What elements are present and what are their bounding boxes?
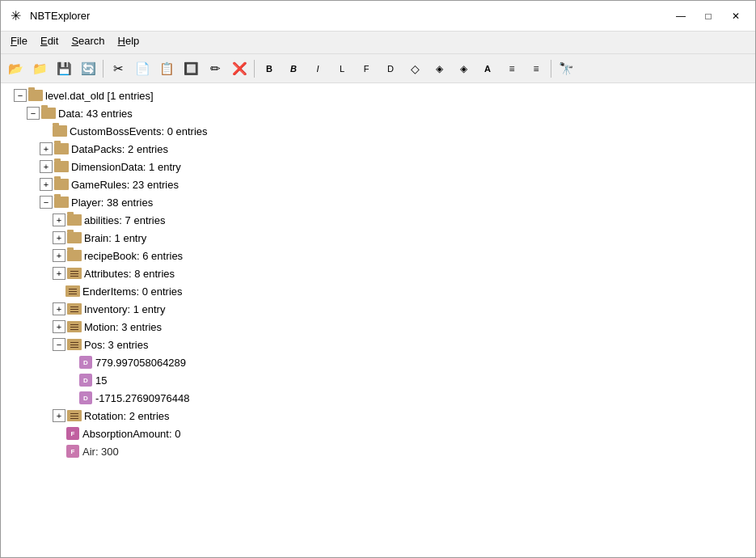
tree-node-recipebook[interactable]: + recipeBook: 6 entries	[1, 247, 755, 264]
expand-dimensiondata[interactable]: +	[40, 160, 53, 173]
root-label: level.dat_old [1 entries]	[45, 90, 154, 102]
enderitems-label: EnderItems: 0 entries	[82, 285, 183, 298]
toolbar-find-btn[interactable]: 🔭	[555, 57, 577, 80]
toolbar-sep-3	[551, 60, 551, 78]
expand-pos[interactable]: −	[53, 338, 65, 351]
compound-icon-brain	[67, 230, 82, 245]
toolbar-new-btn[interactable]: 📁	[28, 57, 51, 80]
toolbar-byte-btn[interactable]: B	[258, 57, 281, 80]
toolbar-delete-btn[interactable]: ❌	[228, 57, 251, 80]
compound-icon-abilities	[67, 213, 82, 227]
tree-node-pos-1[interactable]: D 15	[1, 371, 755, 389]
toolbar-open-btn[interactable]: 📂	[4, 57, 27, 80]
list-icon-pos	[67, 337, 82, 352]
tree-node-absorptionamount[interactable]: F AbsorptionAmount: 0	[1, 425, 755, 442]
toolbar-float-btn[interactable]: F	[355, 57, 378, 80]
pos-1-label: 15	[95, 374, 107, 387]
tree-node-data[interactable]: − Data: 43 entries	[1, 104, 755, 122]
toolbar-refresh-btn[interactable]: 🔄	[77, 57, 99, 80]
compound-icon-data	[41, 106, 56, 120]
menu-search[interactable]: Search	[65, 33, 111, 52]
toolbar-short-btn[interactable]: B	[282, 57, 305, 80]
toolbar-edit-btn[interactable]: ✏	[204, 57, 226, 80]
compound-icon-player	[54, 195, 69, 209]
toolbar-int-btn[interactable]: I	[306, 57, 329, 80]
toolbar-intarray-btn[interactable]: ≡	[500, 57, 523, 80]
pos-2-label: -1715.27690976448	[95, 392, 189, 404]
toolbar-sep-2	[254, 60, 255, 78]
expand-gamerules[interactable]: +	[40, 178, 53, 191]
motion-label: Motion: 3 entries	[84, 321, 162, 333]
expand-motion[interactable]: +	[53, 320, 65, 333]
menu-edit[interactable]: Edit	[34, 33, 65, 52]
tree-node-attributes[interactable]: + Attributes: 8 entries	[1, 264, 755, 282]
customboss-label: CustomBossEvents: 0 entries	[70, 125, 208, 137]
expand-recipebook[interactable]: +	[53, 249, 65, 262]
double-icon-pos-1: D	[78, 373, 93, 387]
toolbar-copy-btn[interactable]: 📄	[131, 57, 154, 80]
expand-inventory[interactable]: +	[53, 302, 65, 315]
abilities-label: abilities: 7 entries	[84, 214, 165, 226]
tree-node-root[interactable]: − level.dat_old [1 entries]	[1, 87, 755, 104]
brain-label: Brain: 1 entry	[84, 232, 146, 244]
tree-node-dimensiondata[interactable]: + DimensionData: 1 entry	[1, 158, 755, 175]
absorptionamount-label: AbsorptionAmount: 0	[82, 428, 180, 440]
toolbar-string-btn[interactable]: ◈	[428, 57, 450, 80]
tree-node-gamerules[interactable]: + GameRules: 23 entries	[1, 175, 755, 193]
minimize-button[interactable]: —	[668, 6, 694, 26]
window-title: NBTExplorer	[30, 10, 90, 22]
rotation-label: Rotation: 2 entries	[84, 410, 170, 422]
tree-node-motion[interactable]: + Motion: 3 entries	[1, 318, 755, 336]
float-icon-absorptionamount: F	[65, 426, 80, 441]
tree-node-pos[interactable]: − Pos: 3 entries	[1, 336, 755, 353]
tree-panel[interactable]: − level.dat_old [1 entries] −	[1, 83, 755, 557]
toolbar-longarray-btn[interactable]: ≡	[525, 57, 547, 80]
menu-help[interactable]: Help	[112, 33, 146, 52]
gamerules-label: GameRules: 23 entries	[71, 179, 179, 191]
tree-node-customboss[interactable]: CustomBossEvents: 0 entries	[1, 122, 755, 140]
menu-file[interactable]: File	[4, 33, 34, 52]
tree-node-pos-0[interactable]: D 779.997058064289	[1, 353, 755, 371]
expand-player[interactable]: −	[40, 196, 53, 209]
double-icon-pos-0: D	[78, 355, 93, 370]
recipebook-label: recipeBook: 6 entries	[84, 250, 183, 262]
tree-node-brain[interactable]: + Brain: 1 entry	[1, 229, 755, 247]
tree-node-datapacks[interactable]: + DataPacks: 2 entries	[1, 140, 755, 158]
expand-data[interactable]: −	[27, 107, 40, 120]
pos-label: Pos: 3 entries	[84, 339, 149, 351]
main-content: − level.dat_old [1 entries] −	[1, 83, 755, 557]
maximize-button[interactable]: □	[695, 6, 721, 26]
close-button[interactable]: ✕	[723, 6, 749, 26]
toolbar-sep-1	[103, 60, 103, 78]
toolbar-bytearray-btn[interactable]: ◇	[403, 57, 426, 80]
expand-datapacks[interactable]: +	[40, 142, 53, 155]
expand-abilities[interactable]: +	[53, 213, 65, 226]
main-window: ✳ NBTExplorer — □ ✕ File Edit Search Hel…	[0, 0, 756, 558]
toolbar-save-btn[interactable]: 💾	[53, 57, 75, 80]
tree-node-air[interactable]: F Air: 300	[1, 442, 755, 460]
toolbar-double-btn[interactable]: D	[379, 57, 402, 80]
toolbar-cut-btn[interactable]: ✂	[107, 57, 129, 80]
double-icon-pos-2: D	[78, 391, 93, 405]
toolbar-paste-btn[interactable]: 📋	[155, 57, 178, 80]
expand-attributes[interactable]: +	[53, 267, 65, 280]
pos-0-label: 779.997058064289	[95, 357, 186, 369]
tree-node-abilities[interactable]: + abilities: 7 entries	[1, 211, 755, 229]
list-icon-motion	[67, 319, 82, 334]
compound-icon	[28, 88, 43, 103]
dimensiondata-label: DimensionData: 1 entry	[71, 161, 181, 173]
toolbar-compound-btn[interactable]: A	[476, 57, 499, 80]
menu-bar: File Edit Search Help	[1, 32, 755, 54]
tree-node-player[interactable]: − Player: 38 entries	[1, 193, 755, 211]
tree-node-inventory[interactable]: + Inventory: 1 entry	[1, 300, 755, 318]
expand-rotation[interactable]: +	[53, 409, 65, 422]
tree-node-pos-2[interactable]: D -1715.27690976448	[1, 389, 755, 407]
compound-icon-dimensiondata	[54, 159, 69, 174]
expand-brain[interactable]: +	[53, 231, 65, 244]
toolbar-list-btn[interactable]: ◈	[452, 57, 475, 80]
toolbar-select-btn[interactable]: 🔲	[179, 57, 202, 80]
tree-node-rotation[interactable]: + Rotation: 2 entries	[1, 407, 755, 425]
toolbar-long-btn[interactable]: L	[331, 57, 353, 80]
tree-node-enderitems[interactable]: EnderItems: 0 entries	[1, 282, 755, 300]
expand-root[interactable]: −	[14, 89, 27, 102]
